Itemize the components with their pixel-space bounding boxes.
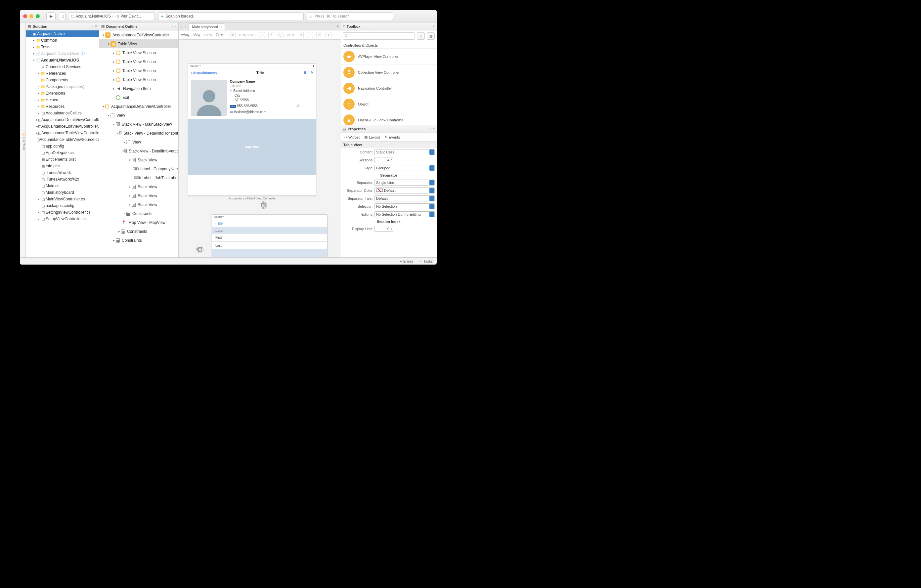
outline-item[interactable]: ▸▦Constraints xyxy=(99,236,178,245)
pin-icon[interactable]: ▫ xyxy=(430,127,431,131)
solution-item[interactable]: ◫Main.cs xyxy=(26,182,99,189)
minimize-window-icon[interactable] xyxy=(29,14,33,18)
outline-item[interactable]: ▸Table View Section xyxy=(99,57,178,66)
constraint-mode-icon[interactable]: ▭ xyxy=(229,32,236,38)
solution-tree[interactable]: ▾▣ Acquaint.Native ▸📁Common▸📁Tests▸📄Acqu… xyxy=(26,31,99,257)
solution-item[interactable]: ▸📁Resources xyxy=(26,103,99,110)
outline-item[interactable]: ▸|||Stack View xyxy=(99,200,178,209)
tab-layout[interactable]: ▦Layout xyxy=(364,135,380,139)
list-view-icon[interactable]: ☰ xyxy=(417,32,425,40)
toolbox-category[interactable]: Controllers & Objects ⌃ xyxy=(341,42,437,49)
size-h[interactable]: hAny xyxy=(192,33,200,37)
toolbox-item[interactable]: ○Object xyxy=(341,96,437,112)
outline-item[interactable]: ▸▦Constraints xyxy=(99,209,178,218)
unit-tests-tab[interactable]: ⚡ Unit Tests xyxy=(20,23,26,257)
close-window-icon[interactable] xyxy=(23,14,27,18)
toolbox-list[interactable]: ◂▸AVPlayer View Controller⠿Collection Vi… xyxy=(341,49,437,125)
content-select[interactable]: Static Cells xyxy=(374,149,435,155)
editing-select[interactable]: No Selection During Editing xyxy=(374,211,435,217)
segue-node-icon[interactable]: ▦ xyxy=(197,246,203,253)
trash-icon[interactable]: 🗑 xyxy=(303,70,307,75)
solution-item[interactable]: ▸📁Tests xyxy=(26,44,99,50)
solution-item[interactable]: ▸📄Acquaint.Native.Droidⓘ xyxy=(26,50,99,57)
solution-item[interactable]: ▢iTunesArtwork@2x xyxy=(26,176,99,182)
nav-fwd-icon[interactable]: › xyxy=(185,24,186,28)
solution-item[interactable]: ▾📄Acquaint.Native.iOS xyxy=(26,57,99,63)
zoom-in-icon[interactable]: ＋ xyxy=(325,32,332,38)
segue-node-icon[interactable]: ▦ xyxy=(260,202,267,208)
outline-tree[interactable]: ▾≡AcquaintanceEditViewController▾▤Table … xyxy=(99,31,178,257)
outline-item[interactable]: ▾|||Stack View - DetailInfoHorizontal xyxy=(99,128,178,138)
solution-item[interactable]: 📁Components xyxy=(26,77,99,83)
remove-constraint-icon[interactable]: × xyxy=(268,32,274,38)
outline-item[interactable]: ▸Table View Section xyxy=(99,75,178,84)
solution-item[interactable]: ⚙Connected Services xyxy=(26,63,99,70)
zoom-window-icon[interactable] xyxy=(36,14,40,18)
close-tab-icon[interactable]: ○ xyxy=(221,25,223,29)
outline-item[interactable]: ▸|||Stack View xyxy=(99,182,178,191)
solution-item[interactable]: ▸◫AcquaintanceEditViewController.cs xyxy=(26,123,99,130)
sections-stepper[interactable]: 4 xyxy=(374,157,393,163)
errors-button[interactable]: Errors xyxy=(400,259,413,263)
outline-item[interactable]: LabelLabel - CompanyNameLabel xyxy=(99,164,178,173)
solution-item[interactable]: ▸📁References xyxy=(26,70,99,77)
phone-icon[interactable]: ✆ xyxy=(297,104,299,108)
outline-item[interactable]: Exit xyxy=(99,93,178,102)
back-button[interactable]: ‹ Acquaintances xyxy=(191,71,217,75)
solution-item[interactable]: ◫AppDelegate.cs xyxy=(26,149,99,156)
style-select[interactable]: Grouped xyxy=(374,165,435,171)
outline-item[interactable]: ▾▤Table View xyxy=(99,39,178,48)
solution-item[interactable]: ▸📁Extensions xyxy=(26,90,99,97)
editor-tab[interactable]: Main.storyboard ○ xyxy=(188,23,225,30)
scene-edit[interactable]: Carrier ᯤ ‹ Title NAME First Last xyxy=(212,214,327,257)
outline-item[interactable]: ▾|||Stack View xyxy=(99,156,178,164)
storyboard-canvas[interactable]: → Carrier ᯤ ▮ ‹ Acquaintances Title 🗑 ✎ xyxy=(179,40,341,257)
run-button[interactable]: ▶ xyxy=(46,12,55,20)
outline-item[interactable]: ▾View xyxy=(99,111,178,120)
solution-item[interactable]: ◫packages.config xyxy=(26,202,99,209)
tab-events[interactable]: ↻Events xyxy=(384,135,400,139)
solution-item[interactable]: ▤Info.plist xyxy=(26,163,99,169)
outline-item[interactable]: ▸Table View Section xyxy=(99,66,178,75)
view-mode[interactable]: Ge ▾ xyxy=(216,33,223,37)
display-limit-stepper[interactable]: 0 xyxy=(374,226,393,232)
solution-item[interactable]: ▢iTunesArtwork xyxy=(26,169,99,176)
toolbox-item[interactable]: ◂▸AVPlayer View Controller xyxy=(341,49,437,65)
scene-detail[interactable]: Carrier ᯤ ▮ ‹ Acquaintances Title 🗑 ✎ xyxy=(188,63,316,196)
outline-item[interactable]: ▾|||Stack View - MainStackView xyxy=(99,120,178,128)
solution-root[interactable]: ▾▣ Acquaint.Native xyxy=(26,31,99,37)
pin-icon[interactable]: ▫ xyxy=(172,24,173,28)
breadcrumb[interactable]: ▢ Acquaint.Native.iOS › › ▯ Pair Devic… xyxy=(69,12,155,20)
table-row[interactable]: Last xyxy=(212,241,327,249)
zoom-out-icon[interactable]: − xyxy=(307,32,313,38)
zoom-fit-icon[interactable]: ⤢ xyxy=(298,32,304,38)
pin-icon[interactable]: ▫ xyxy=(92,24,94,28)
frames-icon[interactable]: ▢ xyxy=(278,32,283,38)
add-constraint-icon[interactable]: ＋ xyxy=(259,32,265,38)
outline-item[interactable]: ▾≡AcquaintanceEditViewController xyxy=(99,31,178,39)
solution-item[interactable]: ◫app.config xyxy=(26,143,99,149)
zoom-actual-icon[interactable]: ⦾ xyxy=(316,32,322,38)
table-row[interactable]: First xyxy=(212,234,327,241)
solution-item[interactable]: ▸◫AcquaintanceDetailViewController.cs xyxy=(26,116,99,123)
selection-select[interactable]: No Selection xyxy=(374,203,435,210)
outline-item[interactable]: ▾AcquaintanceDetailViewController xyxy=(99,102,178,111)
close-icon[interactable]: × xyxy=(433,127,435,131)
size-w[interactable]: wAny xyxy=(181,33,189,37)
outline-item[interactable]: ▸Table View Section xyxy=(99,48,178,57)
edit-icon[interactable]: ✎ xyxy=(310,70,313,75)
config-button[interactable]: ▢ xyxy=(59,12,65,20)
nav-back-icon[interactable]: ‹ xyxy=(181,24,182,28)
solution-item[interactable]: ◫AcquaintanceTableViewSource.cs xyxy=(26,136,99,143)
outline-item[interactable]: ▸View xyxy=(99,138,178,146)
toolbox-item[interactable]: ⠿Collection View Controller xyxy=(341,65,437,80)
tab-menu-icon[interactable]: ▾ xyxy=(337,24,339,28)
solution-item[interactable]: ▸📁Packages (5 updates) xyxy=(26,83,99,90)
outline-item[interactable]: 📍Map View - MapView xyxy=(99,218,178,227)
solution-item[interactable]: ▸◫SettingsViewController.cs xyxy=(26,209,99,216)
grid-view-icon[interactable]: ▦ xyxy=(427,32,435,40)
toolbox-item[interactable]: ▲OpenGL ES View Controller xyxy=(341,112,437,125)
close-icon[interactable]: × xyxy=(174,24,176,28)
solution-item[interactable]: ▸◫AcquaintanceTableViewController.cs xyxy=(26,130,99,136)
outline-item[interactable]: ▾|||Stack View - DetailInfoVertical xyxy=(99,146,178,156)
